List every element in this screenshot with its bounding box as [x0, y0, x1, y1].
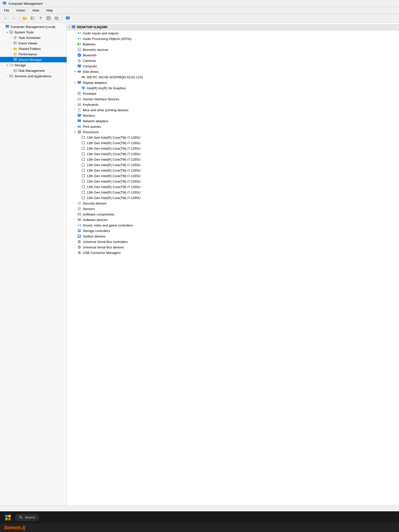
- icon-shared-folders: [13, 46, 17, 51]
- expander-sound-video: ›: [73, 223, 77, 227]
- tree-item-services-apps[interactable]: › Services and Applications: [0, 73, 67, 79]
- label-cpu8: 13th Gen Intel(R) Core(TM) i7-1355U: [87, 174, 140, 178]
- svg-rect-13: [66, 16, 70, 19]
- tree-item-device-manager[interactable]: Device Manager: [0, 57, 67, 62]
- svg-rect-28: [13, 48, 17, 50]
- taskbar-search-box[interactable]: Search: [15, 514, 39, 521]
- label-batteries: Batteries: [83, 42, 96, 46]
- right-item-software-components[interactable]: › Software components: [67, 212, 399, 217]
- right-item-keyboards[interactable]: › Keyboards: [67, 102, 399, 107]
- right-item-audio-in-out[interactable]: › Audio inputs and outputs: [67, 30, 399, 36]
- right-item-firmware[interactable]: › Firmware: [67, 91, 399, 96]
- tree-item-event-viewer[interactable]: › Event Viewer: [0, 40, 67, 46]
- help-button[interactable]: ?: [37, 15, 44, 22]
- label-audio-in-out: Audio inputs and outputs: [83, 31, 118, 35]
- new-window-button[interactable]: [53, 15, 60, 22]
- label-computer: Computer: [83, 64, 97, 68]
- taskbar-start-button[interactable]: [3, 513, 13, 523]
- tree-item-shared-folders[interactable]: › Shared Folders: [0, 46, 67, 51]
- label-cpu3: 13th Gen Intel(R) Core(TM) i7-1355U: [87, 147, 140, 150]
- tree-item-disk-management[interactable]: Disk Management: [0, 68, 67, 73]
- svg-rect-12: [56, 18, 58, 20]
- label-hid: Human Interface Devices: [83, 97, 119, 101]
- right-item-usb-devices[interactable]: › Universal Serial Bus devices: [67, 244, 399, 250]
- right-item-cpu6[interactable]: 13th Gen Intel(R) Core(TM) i7-1355U: [67, 162, 399, 168]
- tree-item-performance[interactable]: › Performance: [0, 51, 67, 57]
- svg-rect-68: [83, 89, 84, 90]
- right-item-cpu11[interactable]: 13th Gen Intel(R) Core(TM) i7-1355U: [67, 190, 399, 195]
- svg-rect-98: [82, 147, 85, 150]
- toolbar-separator-1: [19, 15, 19, 21]
- tree-item-system-tools[interactable]: ▾ System Tools: [0, 29, 67, 35]
- right-item-cpu8[interactable]: 13th Gen Intel(R) Core(TM) i7-1355U: [67, 173, 399, 179]
- svg-line-31: [14, 53, 15, 54]
- right-item-cpu9[interactable]: 13th Gen Intel(R) Core(TM) i7-1355U: [67, 179, 399, 184]
- icon-software-components: [77, 212, 82, 217]
- icon-bluetooth: B: [77, 53, 82, 58]
- right-item-print-queues[interactable]: › Print queues: [67, 124, 399, 129]
- svg-marker-116: [78, 224, 79, 226]
- tree-item-storage[interactable]: ▾ Storage: [0, 62, 67, 68]
- right-item-storage-ctrl[interactable]: › Storage controllers: [67, 228, 399, 233]
- right-item-mice[interactable]: › Mice and other pointing devices: [67, 107, 399, 113]
- icon-software-devices: [77, 217, 82, 222]
- right-item-usb-connector[interactable]: › USB Connector Managers: [67, 250, 399, 255]
- right-item-sensors[interactable]: › Sensors: [67, 206, 399, 212]
- folder-button[interactable]: [21, 15, 28, 22]
- expander-cameras: ›: [73, 59, 77, 63]
- expander-display-adapters: ▾: [73, 81, 77, 85]
- right-item-monitors[interactable]: › Monitors: [67, 113, 399, 118]
- right-item-batteries[interactable]: › Batteries: [67, 41, 399, 47]
- right-item-cpu3[interactable]: 13th Gen Intel(R) Core(TM) i7-1355U: [67, 146, 399, 151]
- taskbar-search-text: Search: [25, 516, 35, 519]
- tree-item-computer-mgmt[interactable]: Computer Management (Local): [0, 24, 67, 29]
- right-item-network[interactable]: › Network adapters: [67, 118, 399, 124]
- right-item-hid[interactable]: › Human Interface Devices: [67, 96, 399, 102]
- right-item-cpu4[interactable]: 13th Gen Intel(R) Core(TM) i7-1355U: [67, 151, 399, 157]
- right-item-disk-drives[interactable]: ▾ Disk drives: [67, 69, 399, 74]
- right-item-cpu2[interactable]: 13th Gen Intel(R) Core(TM) i7-1355U: [67, 140, 399, 146]
- right-item-cpu5[interactable]: 13th Gen Intel(R) Core(TM) i7-1355U: [67, 157, 399, 162]
- right-item-cpu12[interactable]: 13th Gen Intel(R) Core(TM) i7-1355U: [67, 195, 399, 201]
- back-button[interactable]: ←: [2, 15, 9, 22]
- right-item-biometric[interactable]: › Biometric devices: [67, 47, 399, 52]
- icon-computer: [77, 64, 82, 69]
- menu-view[interactable]: View: [31, 8, 41, 13]
- right-item-usb-controllers[interactable]: › Universal Serial Bus controllers: [67, 239, 399, 244]
- tree-item-task-scheduler[interactable]: › Task Scheduler: [0, 35, 67, 40]
- right-item-intel-iris[interactable]: Intel(R) Iris(R) Xe Graphics: [67, 85, 399, 91]
- right-item-processors[interactable]: ▾ Processors: [67, 129, 399, 135]
- right-item-cpu7[interactable]: 13th Gen Intel(R) Core(TM) i7-1355U: [67, 168, 399, 173]
- right-item-cameras[interactable]: › Cameras: [67, 58, 399, 63]
- label-usb-devices: Universal Serial Bus devices: [83, 245, 124, 249]
- expander-event-viewer: ›: [9, 41, 13, 45]
- label-wd-ssd: WD PC SN740 SDDPMQD-512G-1101: [87, 75, 143, 79]
- right-item-sound-video[interactable]: › Sound, video and game controllers: [67, 222, 399, 228]
- right-item-display-adapters[interactable]: ▾ Display adapters: [67, 80, 399, 85]
- svg-rect-49: [80, 38, 81, 40]
- panel-button[interactable]: [29, 15, 36, 22]
- properties-button[interactable]: [45, 15, 52, 22]
- expander-cpu4: [77, 152, 81, 156]
- svg-rect-38: [13, 69, 17, 70]
- menu-help[interactable]: Help: [45, 8, 54, 13]
- menu-file[interactable]: File: [2, 8, 11, 13]
- right-item-cpu1[interactable]: 13th Gen Intel(R) Core(TM) i7-1355U: [67, 135, 399, 140]
- right-item-computer[interactable]: › Computer: [67, 63, 399, 69]
- expander-cpu8: [77, 174, 81, 178]
- right-item-system-devices[interactable]: › System devices: [67, 233, 399, 239]
- right-item-software-devices[interactable]: › Software devices: [67, 217, 399, 222]
- monitor-button[interactable]: [64, 15, 71, 22]
- icon-cpu2: [81, 140, 86, 145]
- label-print-queues: Print queues: [83, 125, 101, 128]
- right-item-cpu10[interactable]: 13th Gen Intel(R) Core(TM) i7-1355U: [67, 184, 399, 190]
- svg-rect-52: [78, 44, 79, 45]
- right-item-audio-processing[interactable]: › Audio Processing Objects (APOs): [67, 36, 399, 41]
- right-item-wd-ssd[interactable]: WD PC SN740 SDDPMQD-512G-1101: [67, 74, 399, 80]
- menu-action[interactable]: Action: [15, 8, 27, 13]
- right-item-bluetooth[interactable]: › B Bluetooth: [67, 52, 399, 58]
- svg-rect-87: [78, 117, 81, 117]
- right-item-security[interactable]: › Security devices: [67, 201, 399, 206]
- forward-button[interactable]: →: [10, 15, 17, 22]
- label-cpu4: 13th Gen Intel(R) Core(TM) i7-1355U: [87, 152, 140, 156]
